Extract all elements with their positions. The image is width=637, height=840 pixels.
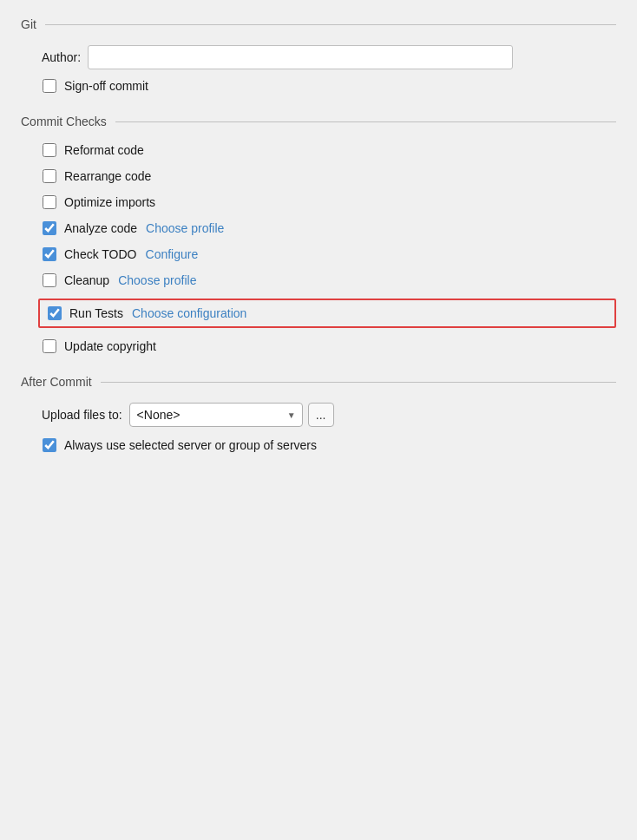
sign-off-checkbox-wrapper[interactable]: [42, 78, 57, 94]
run-tests-choose-configuration-button[interactable]: Choose configuration: [132, 306, 246, 320]
upload-select[interactable]: <None>: [129, 403, 303, 427]
cleanup-choose-profile-button[interactable]: Choose profile: [118, 273, 196, 287]
run-tests-row: Run Tests Choose configuration: [38, 299, 616, 328]
sign-off-row: Sign-off commit: [21, 78, 616, 94]
commit-checks-section: Commit Checks Reformat code Rearrange co…: [21, 115, 616, 354]
commit-checks-title: Commit Checks: [21, 115, 107, 128]
optimize-label: Optimize imports: [64, 195, 155, 209]
analyze-checkbox[interactable]: [43, 221, 56, 235]
git-section-header: Git: [21, 17, 616, 31]
check-todo-label: Check TODO: [64, 247, 137, 261]
upload-label: Upload files to:: [42, 408, 122, 422]
analyze-row: Analyze code Choose profile: [21, 220, 616, 236]
after-commit-header: After Commit: [21, 375, 616, 389]
after-commit-divider: [101, 382, 616, 383]
always-use-label: Always use selected server or group of s…: [64, 438, 317, 452]
upload-ellipsis-button[interactable]: ...: [308, 403, 334, 427]
analyze-label: Analyze code: [64, 221, 137, 235]
check-todo-row: Check TODO Configure: [21, 246, 616, 262]
reformat-label: Reformat code: [64, 143, 144, 157]
rearrange-label: Rearrange code: [64, 169, 151, 183]
author-label: Author:: [42, 50, 81, 64]
after-commit-section: After Commit Upload files to: <None> ▼ .…: [21, 375, 616, 453]
sign-off-checkbox[interactable]: [43, 79, 56, 93]
run-tests-checkbox[interactable]: [48, 306, 62, 320]
rearrange-checkbox-wrapper[interactable]: [42, 168, 57, 184]
optimize-checkbox-wrapper[interactable]: [42, 194, 57, 210]
ellipsis-icon: ...: [316, 408, 326, 422]
check-todo-checkbox[interactable]: [43, 247, 56, 261]
rearrange-row: Rearrange code: [21, 168, 616, 184]
check-todo-checkbox-wrapper[interactable]: [42, 246, 57, 262]
update-copyright-checkbox-wrapper[interactable]: [42, 338, 57, 354]
author-input[interactable]: [88, 45, 513, 69]
rearrange-checkbox[interactable]: [43, 169, 56, 183]
reformat-checkbox-wrapper[interactable]: [42, 142, 57, 158]
upload-select-wrapper: <None> ▼: [129, 403, 303, 427]
cleanup-checkbox[interactable]: [43, 273, 56, 287]
run-tests-checkbox-wrapper[interactable]: [47, 305, 62, 321]
reformat-checkbox[interactable]: [43, 143, 56, 157]
sign-off-label: Sign-off commit: [64, 79, 148, 93]
always-use-checkbox-wrapper[interactable]: [42, 437, 57, 453]
reformat-row: Reformat code: [21, 142, 616, 158]
commit-checks-header: Commit Checks: [21, 115, 616, 128]
always-use-row: Always use selected server or group of s…: [21, 437, 616, 453]
update-copyright-row: Update copyright: [21, 338, 616, 354]
update-copyright-label: Update copyright: [64, 339, 156, 353]
always-use-checkbox[interactable]: [43, 438, 56, 452]
check-todo-configure-button[interactable]: Configure: [146, 247, 199, 261]
git-section: Git Author: Sign-off commit: [21, 17, 616, 94]
commit-checks-divider: [115, 121, 616, 122]
cleanup-row: Cleanup Choose profile: [21, 272, 616, 288]
run-tests-label: Run Tests: [69, 306, 123, 320]
git-section-title: Git: [21, 17, 36, 31]
git-divider: [45, 24, 616, 25]
cleanup-checkbox-wrapper[interactable]: [42, 272, 57, 288]
author-row: Author:: [21, 45, 616, 69]
optimize-checkbox[interactable]: [43, 195, 56, 209]
cleanup-label: Cleanup: [64, 273, 109, 287]
upload-row: Upload files to: <None> ▼ ...: [21, 403, 616, 427]
after-commit-title: After Commit: [21, 375, 92, 389]
optimize-row: Optimize imports: [21, 194, 616, 210]
update-copyright-checkbox[interactable]: [43, 339, 56, 353]
analyze-choose-profile-button[interactable]: Choose profile: [146, 221, 224, 235]
analyze-checkbox-wrapper[interactable]: [42, 220, 57, 236]
